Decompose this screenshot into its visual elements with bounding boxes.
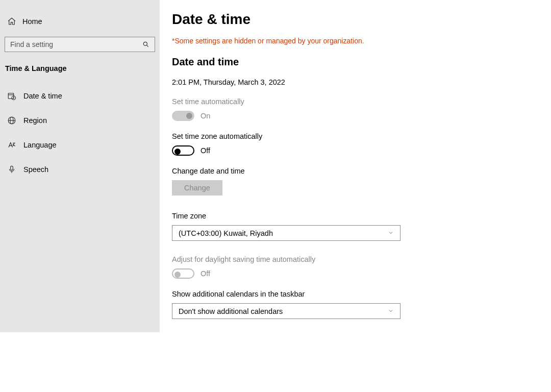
toggle-state: Off bbox=[201, 270, 210, 278]
category-title: Time & Language bbox=[0, 56, 160, 80]
change-button: Change bbox=[172, 180, 222, 195]
sidebar-item-date-time[interactable]: Date & time bbox=[0, 84, 160, 108]
home-link[interactable]: Home bbox=[0, 10, 160, 33]
globe-icon bbox=[7, 116, 16, 125]
sidebar-item-label: Date & time bbox=[23, 92, 62, 100]
setting-label: Show additional calendars in the taskbar bbox=[172, 290, 539, 298]
sidebar-item-region[interactable]: Region bbox=[0, 108, 160, 133]
setting-timezone: Time zone (UTC+03:00) Kuwait, Riyadh bbox=[172, 212, 539, 241]
svg-rect-9 bbox=[11, 166, 13, 170]
setting-change-dt: Change date and time Change bbox=[172, 167, 539, 195]
search-icon bbox=[142, 41, 149, 48]
calendar-clock-icon bbox=[7, 91, 16, 101]
sidebar-item-speech[interactable]: Speech bbox=[0, 157, 160, 182]
chevron-down-icon bbox=[388, 229, 394, 237]
home-icon bbox=[7, 17, 16, 26]
toggle-set-time-auto bbox=[172, 111, 194, 121]
setting-label: Set time zone automatically bbox=[172, 132, 539, 140]
additional-cal-select[interactable]: Don't show additional calendars bbox=[172, 303, 400, 319]
main-content: Date & time *Some settings are hidden or… bbox=[160, 0, 551, 332]
select-value: Don't show additional calendars bbox=[179, 307, 283, 315]
toggle-dst bbox=[172, 268, 194, 279]
page-title: Date & time bbox=[172, 11, 539, 28]
toggle-set-tz-auto[interactable] bbox=[172, 145, 194, 156]
sidebar-item-label: Region bbox=[23, 116, 47, 125]
timezone-select[interactable]: (UTC+03:00) Kuwait, Riyadh bbox=[172, 225, 400, 241]
search-input-field[interactable] bbox=[10, 40, 142, 48]
setting-label: Adjust for daylight saving time automati… bbox=[172, 255, 539, 263]
search-setting-input[interactable] bbox=[5, 37, 155, 52]
setting-dst: Adjust for daylight saving time automati… bbox=[172, 255, 539, 279]
setting-label: Change date and time bbox=[172, 167, 539, 175]
setting-label: Time zone bbox=[172, 212, 539, 220]
toggle-state: Off bbox=[201, 146, 210, 155]
microphone-icon bbox=[7, 165, 16, 174]
section-heading: Date and time bbox=[172, 56, 539, 68]
chevron-down-icon bbox=[388, 307, 394, 315]
sidebar: Home Time & Language Date & time bbox=[0, 0, 160, 332]
home-label: Home bbox=[22, 17, 42, 26]
toggle-state: On bbox=[201, 112, 210, 120]
sidebar-item-label: Language bbox=[23, 141, 57, 149]
setting-additional-cal: Show additional calendars in the taskbar… bbox=[172, 290, 539, 319]
org-warning-text: *Some settings are hidden or managed by … bbox=[172, 37, 539, 45]
svg-point-0 bbox=[143, 42, 147, 45]
language-icon bbox=[7, 140, 16, 150]
sidebar-item-language[interactable]: Language bbox=[0, 133, 160, 157]
setting-label: Set time automatically bbox=[172, 97, 539, 106]
sidebar-item-label: Speech bbox=[23, 165, 48, 174]
current-datetime: 2:01 PM, Thursday, March 3, 2022 bbox=[172, 78, 539, 86]
setting-set-time-auto: Set time automatically On bbox=[172, 97, 539, 121]
svg-line-1 bbox=[146, 45, 148, 46]
setting-set-tz-auto: Set time zone automatically Off bbox=[172, 132, 539, 156]
select-value: (UTC+03:00) Kuwait, Riyadh bbox=[179, 229, 273, 237]
